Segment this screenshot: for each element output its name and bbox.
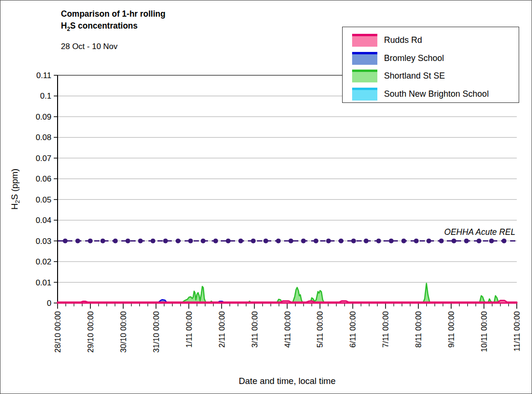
- rel-marker: [351, 239, 356, 243]
- rel-marker: [88, 239, 93, 243]
- y-tick-label: 0.02: [36, 257, 51, 266]
- rel-marker: [75, 239, 80, 243]
- rel-label: OEHHA Acute REL: [444, 227, 515, 237]
- rel-marker: [226, 239, 231, 243]
- series-shortland-st-se-line: [58, 283, 517, 303]
- rel-marker: [314, 239, 318, 243]
- rel-marker: [251, 239, 256, 243]
- legend: Rudds RdBromley SchoolShortland St SESou…: [342, 27, 519, 103]
- rel-marker: [401, 239, 406, 243]
- legend-label: South New Brighton School: [384, 89, 489, 99]
- rel-marker: [477, 239, 482, 243]
- x-tick-label: 29/10 00:00: [86, 311, 95, 353]
- y-tick-label: 0.05: [36, 195, 51, 204]
- legend-label: Shortland St SE: [384, 71, 445, 81]
- x-tick-label: 7/11 00:00: [381, 311, 390, 348]
- y-tick-label: 0.07: [36, 154, 51, 163]
- legend-swatch-shortland-st-se: [352, 70, 377, 82]
- legend-item: Shortland St SE: [352, 67, 519, 85]
- x-tick-label: 6/11 00:00: [348, 311, 357, 348]
- y-tick-label: 0.01: [36, 278, 51, 287]
- rel-marker: [464, 239, 469, 243]
- rel-marker: [163, 239, 168, 243]
- rel-marker: [301, 239, 306, 243]
- rel-marker: [489, 239, 494, 243]
- y-tick-label: 0.06: [36, 174, 51, 183]
- x-tick-label: 28/10 00:00: [53, 311, 62, 353]
- rel-marker: [326, 239, 331, 243]
- rel-marker: [502, 239, 506, 243]
- legend-item: Rudds Rd: [352, 31, 519, 50]
- rel-marker: [113, 239, 118, 243]
- y-tick-label: 0.03: [36, 237, 51, 246]
- rel-marker: [201, 239, 206, 243]
- x-tick-label: 8/11 00:00: [414, 311, 423, 348]
- legend-label: Bromley School: [384, 53, 444, 63]
- y-tick-label: 0.08: [36, 133, 51, 142]
- x-tick-label: 3/11 00:00: [250, 311, 259, 348]
- x-tick-label: 31/10 00:00: [152, 311, 160, 353]
- rel-marker: [100, 239, 105, 243]
- x-tick-label: 30/10 00:00: [119, 311, 128, 353]
- series-shortland-st-se-fill: [58, 283, 517, 303]
- x-tick-label: 11/11 00:00: [512, 311, 521, 352]
- rel-marker: [276, 239, 281, 243]
- legend-swatch-rudds-rd: [352, 34, 377, 47]
- y-tick-label: 0: [47, 299, 51, 308]
- x-tick-label: 2/11 00:00: [217, 311, 226, 348]
- rel-marker: [364, 239, 368, 243]
- rel-marker: [439, 239, 444, 243]
- legend-item: South New Brighton School: [352, 85, 519, 103]
- x-tick-label: 1/11 00:00: [185, 311, 193, 348]
- rel-marker: [426, 239, 431, 243]
- rel-marker: [138, 239, 143, 243]
- rel-marker: [452, 239, 456, 243]
- x-tick-label: 10/11 00:00: [480, 311, 488, 352]
- chart-canvas: Comparison of 1-hr rolling H2S concentra…: [0, 0, 532, 394]
- rel-marker: [238, 239, 243, 243]
- rel-marker: [288, 239, 293, 243]
- rel-marker: [176, 239, 180, 243]
- x-tick-label: 9/11 00:00: [447, 311, 455, 348]
- y-tick-label: 0.04: [36, 216, 51, 225]
- rel-marker: [126, 239, 130, 243]
- x-tick-label: 4/11 00:00: [283, 311, 292, 348]
- legend-label: Rudds Rd: [384, 35, 422, 45]
- x-tick-label: 5/11 00:00: [315, 311, 324, 348]
- y-tick-label: 0.1: [40, 91, 51, 101]
- rel-marker: [150, 239, 155, 243]
- y-tick-label: 0.11: [36, 71, 51, 80]
- rel-marker: [389, 239, 394, 243]
- legend-swatch-bromley-school: [352, 52, 377, 65]
- rel-marker: [264, 239, 268, 243]
- rel-marker: [376, 239, 381, 243]
- rel-marker: [63, 239, 68, 243]
- legend-item: Bromley School: [352, 50, 519, 68]
- rel-marker: [188, 239, 193, 243]
- legend-swatch-south-new-brighton-school: [352, 88, 377, 101]
- rel-marker: [339, 239, 344, 243]
- rel-marker: [414, 239, 419, 243]
- rel-marker: [213, 239, 218, 243]
- y-tick-label: 0.09: [36, 112, 51, 121]
- x-axis-title: Date and time, local time: [58, 376, 517, 386]
